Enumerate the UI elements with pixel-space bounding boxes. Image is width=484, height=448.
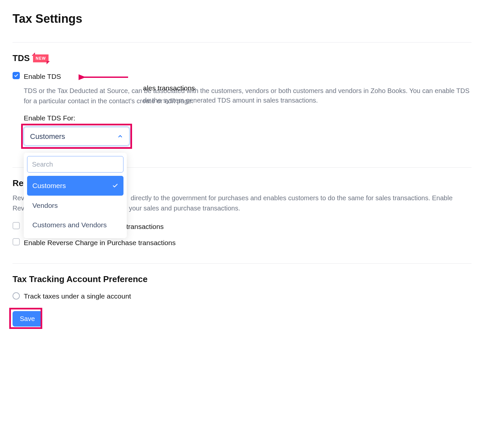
select-dropdown-panel: Customers Vendors Customers and Vendors xyxy=(24,153,127,238)
check-icon xyxy=(112,183,118,189)
select-option-customers[interactable]: Customers xyxy=(27,176,123,196)
single-account-row: Track taxes under a single account xyxy=(13,291,471,302)
save-button[interactable]: Save xyxy=(13,311,42,327)
enable-tds-for-select-wrap: Customers Customers Vendors Customers an… xyxy=(24,127,133,145)
enable-tds-label: Enable TDS xyxy=(24,71,61,82)
single-account-label: Track taxes under a single account xyxy=(24,291,131,302)
select-option-label: Customers xyxy=(32,180,66,191)
tds-override-label-fragment: ales transactions xyxy=(143,83,471,93)
tds-heading: TDS xyxy=(13,52,30,65)
tax-tracking-heading: Tax Tracking Account Preference xyxy=(13,273,471,286)
enable-tds-for-value: Customers xyxy=(30,131,65,142)
footer-bar: Save xyxy=(13,304,471,336)
tax-tracking-section: Tax Tracking Account Preference Track ta… xyxy=(13,264,471,305)
single-account-radio[interactable] xyxy=(13,292,20,300)
select-options: Customers Vendors Customers and Vendors xyxy=(27,176,123,235)
tds-section: TDS NEW Enable TDS xyxy=(13,43,471,167)
select-search-input[interactable] xyxy=(27,156,123,173)
check-icon xyxy=(14,73,18,78)
tds-heading-row: TDS NEW xyxy=(13,52,471,65)
reverse-sales-checkbox[interactable] xyxy=(13,222,20,229)
select-option-label: Vendors xyxy=(32,200,58,211)
arrow-annotation-icon xyxy=(79,73,131,82)
reverse-purchase-row: Enable Reverse Charge in Purchase transa… xyxy=(13,238,471,248)
new-badge-text: NEW xyxy=(33,54,49,62)
page-title: Tax Settings xyxy=(13,10,471,28)
chevron-up-icon xyxy=(117,133,123,139)
tds-override-helptext-fragment: de the system generated TDS amount in sa… xyxy=(143,95,471,105)
select-option-label: Customers and Vendors xyxy=(32,220,107,230)
enable-tds-checkbox[interactable] xyxy=(13,72,20,79)
select-option-customers-and-vendors[interactable]: Customers and Vendors xyxy=(27,215,123,235)
reverse-purchase-checkbox[interactable] xyxy=(13,238,20,245)
select-option-vendors[interactable]: Vendors xyxy=(27,196,123,215)
enable-tds-for-select[interactable]: Customers xyxy=(24,127,129,145)
reverse-purchase-label: Enable Reverse Charge in Purchase transa… xyxy=(24,238,176,248)
new-badge: NEW xyxy=(33,54,49,62)
